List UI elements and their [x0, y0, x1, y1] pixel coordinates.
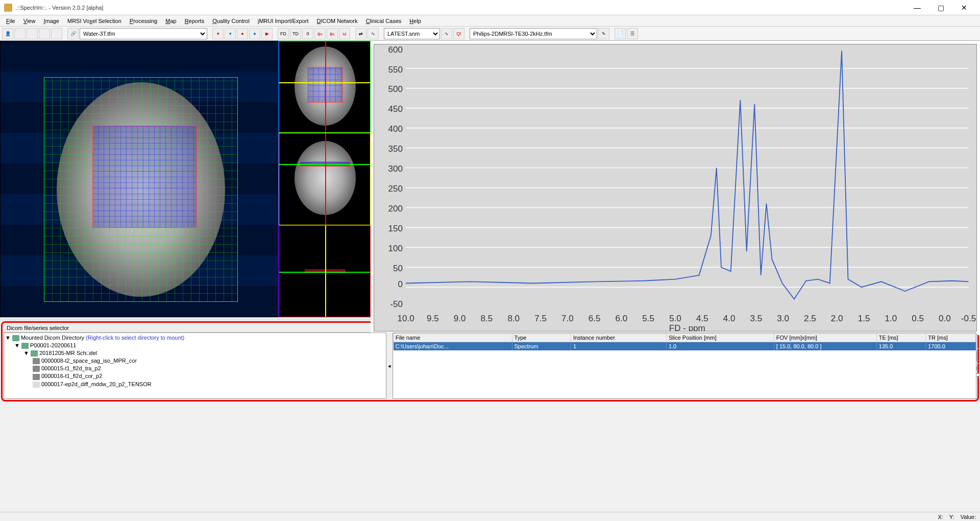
tool-baseline2[interactable]: ∿ — [441, 28, 452, 39]
tool-q-icon[interactable]: Q! — [453, 28, 464, 39]
svg-text:350: 350 — [388, 144, 402, 154]
dicom-tree[interactable]: ▼ Mounted Dicom Directory (Right-click t… — [4, 333, 386, 399]
svg-text:-0.5: -0.5 — [961, 314, 976, 323]
col-instance[interactable]: Instance number — [571, 334, 666, 342]
tool-btn-2[interactable] — [14, 28, 26, 39]
tool-btn-4[interactable] — [39, 28, 50, 39]
menu-dicom[interactable]: DICOM Network — [313, 17, 362, 25]
svg-text:600: 600 — [388, 45, 402, 55]
tool-flip[interactable]: ⇄ — [355, 28, 366, 39]
tool-play-icon[interactable]: ▶ — [261, 28, 273, 39]
localizer-sagittal[interactable] — [279, 225, 371, 317]
tool-offset-fd[interactable]: FD — [278, 28, 289, 39]
svg-text:450: 450 — [388, 104, 402, 114]
menu-jmrui[interactable]: jMRUI Import/Export — [254, 17, 313, 25]
tool-phi0[interactable]: φ₀ — [314, 28, 326, 39]
col-fov[interactable]: FOV [mm]x[mm] — [774, 334, 876, 342]
tool-omega[interactable]: ω — [339, 28, 350, 39]
tool-edit-icon[interactable]: ✎ — [598, 28, 609, 39]
tool-td-2[interactable]: ▾ — [225, 28, 236, 39]
tool-phi1[interactable]: φ₁ — [327, 28, 338, 39]
localizer-panel — [279, 41, 371, 317]
tree-node[interactable]: 0000017-ep2d_diff_mddw_20_p2_TENSOR — [41, 381, 152, 387]
title-bar: .::SpectrIm::. - Version 2.0.2 [alpha] —… — [0, 0, 980, 15]
menu-file[interactable]: File — [2, 17, 19, 25]
svg-text:7.0: 7.0 — [561, 314, 574, 323]
svg-text:5.5: 5.5 — [642, 314, 654, 323]
menu-view[interactable]: View — [19, 17, 40, 25]
tool-btn-5[interactable] — [51, 28, 62, 39]
menu-clinical[interactable]: Clinical Cases — [362, 17, 406, 25]
snm-select[interactable]: LATEST.snm — [384, 28, 440, 39]
menu-help[interactable]: Help — [405, 17, 425, 25]
svg-text:2.0: 2.0 — [831, 314, 843, 323]
menu-mrsi[interactable]: MRSI Voxel Selection — [63, 17, 126, 25]
menu-map[interactable]: Map — [161, 17, 180, 25]
dicom-table[interactable]: File name Type Instance number Slice Pos… — [393, 333, 976, 399]
col-tr[interactable]: TR [ms] — [926, 334, 976, 342]
tree-node[interactable]: 0000015-t1_fl2d_tra_p2 — [41, 365, 101, 371]
tool-patient-icon[interactable]: 👤 — [2, 28, 13, 39]
col-slice[interactable]: Slice Position [mm] — [666, 334, 774, 342]
tool-report-icon[interactable]: 📄 — [615, 28, 626, 39]
svg-text:6.5: 6.5 — [589, 314, 601, 323]
svg-text:8.5: 8.5 — [481, 314, 493, 323]
toolbar: 👤 🔗 Water-3T.tfm ▾ ▾ ● ● ▶ FD TD 0 φ₀ φ₁… — [0, 27, 980, 41]
tool-td-4[interactable]: ● — [249, 28, 260, 39]
table-row[interactable]: C:\Users\johan\Doc... Spectrum 1 1.0 [ 1… — [394, 342, 976, 351]
svg-text:200: 200 — [388, 204, 402, 214]
status-value: Value: — [961, 514, 976, 520]
svg-text:100: 100 — [388, 244, 402, 253]
svg-text:0: 0 — [398, 279, 402, 289]
protocol-select[interactable]: Philips-2DMRSI-TE30-2kHz.tfm — [470, 28, 597, 39]
col-type[interactable]: Type — [512, 334, 571, 342]
svg-text:50: 50 — [393, 264, 403, 273]
localizer-coronal[interactable] — [279, 133, 371, 225]
voi-box[interactable] — [92, 126, 197, 228]
tree-node[interactable]: 0000016-t1_fl2d_cor_p2 — [41, 373, 102, 379]
water-profile-select[interactable]: Water-3T.tfm — [80, 28, 207, 39]
tree-node[interactable]: P00001-20200611 — [30, 342, 77, 348]
tool-list-icon[interactable]: ☰ — [627, 28, 638, 39]
tool-baseline[interactable]: ∿ — [368, 28, 379, 39]
menu-processing[interactable]: Processing — [126, 17, 161, 25]
tool-td-1[interactable]: ▾ — [212, 28, 224, 39]
svg-text:1.0: 1.0 — [885, 314, 897, 323]
col-filename[interactable]: File name — [394, 334, 512, 342]
tool-link-icon[interactable]: 🔗 — [67, 28, 79, 39]
localizer-axial[interactable] — [279, 41, 371, 133]
menu-qc[interactable]: Quality Control — [208, 17, 254, 25]
maximize-button[interactable]: ▢ — [929, 0, 952, 15]
tool-zero[interactable]: 0 — [302, 28, 313, 39]
close-button[interactable]: ✕ — [952, 0, 976, 15]
svg-text:6.0: 6.0 — [616, 314, 628, 323]
main-area: 18/27 P00001 05/12/2018 - 15 - t1_fl2d_t… — [0, 41, 980, 317]
tree-node[interactable]: 20181205-MR Sch□del — [39, 350, 97, 356]
svg-text:300: 300 — [388, 164, 402, 174]
svg-text:-50: -50 — [390, 299, 403, 309]
menu-image[interactable]: Image — [39, 17, 63, 25]
menu-bar: File View Image MRSI Voxel Selection Pro… — [0, 15, 980, 27]
tool-offset-td[interactable]: TD — [290, 28, 301, 39]
svg-text:500: 500 — [388, 84, 402, 94]
svg-text:9.0: 9.0 — [454, 314, 466, 323]
tool-td-3[interactable]: ● — [237, 28, 248, 39]
app-icon — [4, 4, 12, 12]
minimize-button[interactable]: — — [905, 0, 929, 15]
dicom-selector-panel: Dicom file/series selector ▼ Mounted Dic… — [1, 321, 979, 401]
tree-node[interactable]: 0000008-t2_space_sag_iso_MPR_cor — [41, 358, 137, 364]
svg-text:5.0: 5.0 — [669, 314, 681, 323]
status-x: X: — [938, 514, 943, 520]
spectrum-panel: 600550500450 400350300250 20015010050 0-… — [371, 41, 980, 317]
chart-xlabel: FD - ppm — [669, 323, 705, 331]
svg-text:0.5: 0.5 — [912, 314, 924, 323]
axial-viewer[interactable]: 18/27 P00001 05/12/2018 - 15 - t1_fl2d_t… — [0, 41, 279, 317]
spectrum-chart[interactable]: 600550500450 400350300250 20015010050 0-… — [371, 41, 980, 335]
svg-text:1.5: 1.5 — [858, 314, 870, 323]
svg-text:4.5: 4.5 — [696, 314, 708, 323]
svg-text:8.0: 8.0 — [507, 314, 520, 323]
tool-btn-3[interactable] — [27, 28, 38, 39]
menu-reports[interactable]: Reports — [181, 17, 209, 25]
tree-collapse-button[interactable]: ◂ — [386, 333, 393, 399]
col-te[interactable]: TE [ms] — [876, 334, 925, 342]
